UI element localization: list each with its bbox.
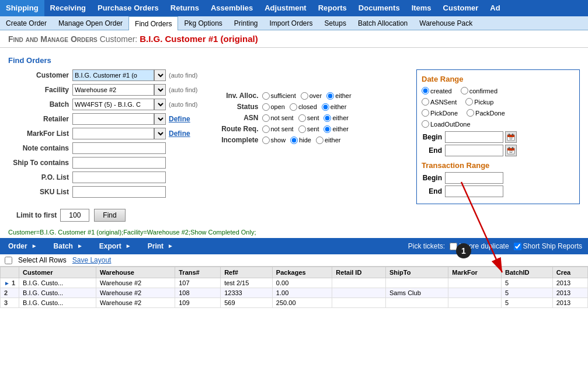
batch-input[interactable] [72,99,154,110]
inv-alloc-over[interactable]: over [301,92,322,100]
status-open[interactable]: open [262,103,285,111]
retailer-dropdown[interactable]: ▼ [154,113,166,125]
date-loadoutdone[interactable]: LoadOutDone [422,120,471,128]
markfor-dropdown[interactable]: ▼ [154,128,166,139]
row-shipto-3 [385,298,448,308]
save-layout-link[interactable]: Save Layout [72,256,112,264]
batch-auto-find: (auto find) [169,101,198,108]
batch-dropdown[interactable]: ▼ [154,99,166,110]
export-chevron-icon: ► [126,238,131,254]
markfor-define-link[interactable]: Define [169,130,190,138]
short-ship-checkbox[interactable] [514,243,521,250]
table-row: 3 B.I.G. Custo... Warehouse #2 109 569 2… [1,298,588,308]
limit-input[interactable] [60,209,89,222]
subnav-manage-open-order[interactable]: Manage Open Order [53,16,128,30]
date-begin-calendar-icon[interactable]: 12 [505,131,517,143]
row-markfor-1 [448,278,502,288]
route-req-label: Route Req. [210,125,262,133]
incomplete-show[interactable]: show [262,136,286,144]
status-closed[interactable]: closed [290,103,317,111]
toolbar-batch-btn[interactable]: Batch ► [46,238,91,254]
row-ref-2: 12333 [221,288,273,298]
toolbar-order-btn[interactable]: Order ► [0,238,46,254]
route-either[interactable]: either [323,125,349,133]
select-all-checkbox[interactable] [5,257,12,264]
nav-item-adjustment[interactable]: Adjustment [259,0,312,16]
facility-input[interactable] [72,84,154,96]
inv-alloc-sufficient[interactable]: sufficient [262,92,296,100]
find-button[interactable]: Find [94,209,125,222]
date-pickup[interactable]: Pickup [465,98,493,106]
date-asnsent[interactable]: ASNSent [422,98,457,106]
toolbar-print-btn[interactable]: Print ► [140,238,182,254]
svg-rect-8 [512,147,513,149]
row-shipto-2: Sams Club [385,288,448,298]
subnav-find-orders[interactable]: Find Orders [128,16,178,30]
asn-sent[interactable]: sent [298,114,319,122]
nav-item-documents[interactable]: Documents [353,0,406,16]
markfor-input[interactable] [72,128,154,139]
nav-item-shipping[interactable]: Shipping [0,0,44,16]
incomplete-label: Incomplete [210,136,262,144]
nav-item-assemblies[interactable]: Assemblies [205,0,259,16]
order-chevron-icon: ► [32,238,37,254]
nav-item-returns[interactable]: Returns [165,0,205,16]
retailer-input[interactable] [72,113,154,125]
row-arrow-1[interactable]: ► [4,280,10,286]
date-pickdone[interactable]: PickDone [422,109,458,117]
status-label: Status [210,103,262,111]
date-range-box: Date Range created confirmed ASNSent [416,69,580,204]
route-not-sent[interactable]: not sent [262,125,294,133]
svg-text:12: 12 [509,136,513,140]
ship-to-contains-input[interactable] [72,157,166,169]
date-begin-input[interactable] [445,131,503,143]
asn-not-sent[interactable]: not sent [262,114,294,122]
subnav-pkg-options[interactable]: Pkg Options [178,16,228,30]
status-line: Customer=B.I.G. Customer #1 (original);F… [0,226,588,238]
incomplete-hide[interactable]: hide [290,136,311,144]
row-created-2: 2013 [552,288,587,298]
row-batchid-2: 5 [502,288,553,298]
nav-item-customer[interactable]: Customer [437,0,485,16]
inv-alloc-either[interactable]: either [326,92,352,100]
status-either[interactable]: either [322,103,347,111]
top-nav: Shipping Receiving Purchase Orders Retur… [0,0,588,16]
subnav-warehouse-pack[interactable]: Warehouse Pack [413,16,478,30]
nav-item-reports[interactable]: Reports [312,0,353,16]
nav-item-purchase-orders[interactable]: Purchase Orders [92,0,165,16]
date-end-calendar-icon[interactable]: 12 [505,145,517,156]
incomplete-either[interactable]: either [316,136,341,144]
customer-dropdown[interactable]: ▼ [154,69,166,81]
date-created[interactable]: created [422,87,452,94]
subnav-create-order[interactable]: Create Order [0,16,53,30]
row-markfor-3 [448,298,502,308]
toolbar-export-btn[interactable]: Export ► [91,238,140,254]
asn-either[interactable]: either [323,114,349,122]
nav-item-items[interactable]: Items [406,0,437,16]
facility-auto-find: (auto find) [169,86,198,93]
trans-end-input[interactable] [445,186,503,197]
short-ship-checkbox-label[interactable]: Short Ship Reports [514,242,582,250]
trans-begin-input[interactable] [445,172,503,184]
subnav-batch-allocation[interactable]: Batch Allocation [352,16,413,30]
nav-item-ad[interactable]: Ad [484,0,506,16]
route-sent[interactable]: sent [298,125,319,133]
subnav-printing[interactable]: Printing [228,16,264,30]
customer-input[interactable] [72,69,154,81]
subnav-setups[interactable]: Setups [319,16,352,30]
po-list-input[interactable] [72,172,166,183]
subnav-import-orders[interactable]: Import Orders [264,16,319,30]
sku-list-input[interactable] [72,186,166,198]
date-confirmed[interactable]: confirmed [461,87,497,94]
transaction-range-title: Transaction Range [422,161,575,170]
svg-text:12: 12 [509,150,513,153]
row-packages-2: 1.00 [272,288,332,298]
note-contains-input[interactable] [72,142,166,154]
table-toolbar: Order ► Batch ► Export ► Print ► Pick ti… [0,238,588,254]
facility-dropdown[interactable]: ▼ [154,84,166,96]
date-packdone[interactable]: PackDone [467,109,505,117]
nav-item-receiving[interactable]: Receiving [44,0,92,16]
date-end-input[interactable] [445,145,503,156]
retailer-define-link[interactable]: Define [169,115,190,123]
row-customer-2: B.I.G. Custo... [19,288,96,298]
